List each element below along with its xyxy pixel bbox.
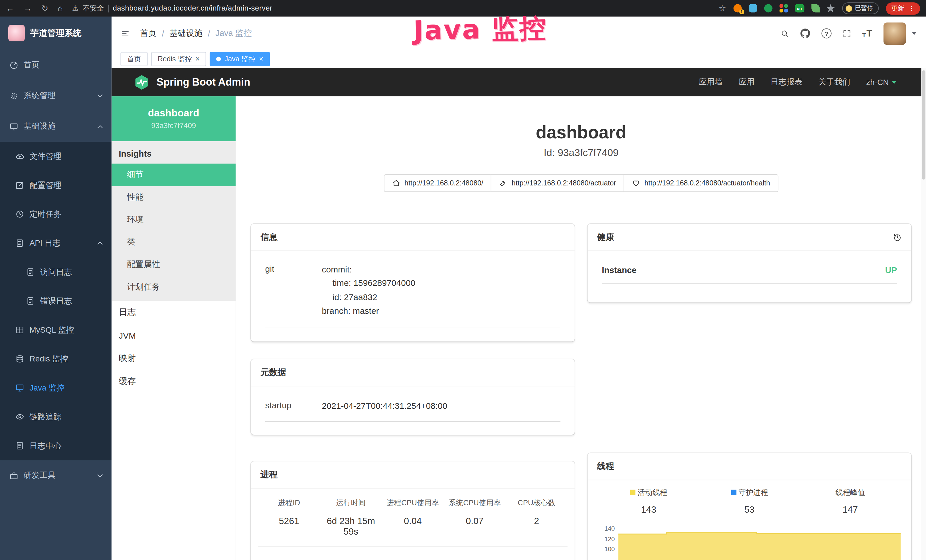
bookmark-star-icon[interactable]: ☆ [719,3,726,13]
sba-logo-icon [133,74,151,90]
tab-close-icon[interactable]: × [259,56,263,63]
document-icon [26,268,35,277]
sba-brand[interactable]: Spring Boot Admin [133,74,250,90]
paused-badge[interactable]: 已暂停 [842,2,879,14]
screen: ← → ↻ ⌂ ⚠ 不安全 dashboard.yudao.iocoder.cn… [0,0,926,560]
breadcrumb-separator: / [208,29,210,38]
history-icon[interactable] [893,233,902,242]
sidebar-item-log-center[interactable]: 日志中心 [0,431,112,460]
sidebar-item-system-management[interactable]: 系统管理 [0,80,112,111]
tab-close-icon[interactable]: × [195,56,200,63]
chevron-down-icon [95,471,104,480]
tag-tab-bar: 首页 Redis 监控 × Java 监控 × [112,50,926,68]
sba-brand-label: Spring Boot Admin [157,76,250,88]
sba-nav-applications[interactable]: 应用 [738,77,755,87]
browser-actions: ☆ 1 on 已暂停 更新⋮ [719,2,920,14]
insight-item-metrics[interactable]: 性能 [112,186,236,209]
instance-link-actuator[interactable]: http://192.168.0.2:48080/actuator [491,174,625,192]
hamburger-icon[interactable] [121,29,130,38]
legend-live-threads: 活动线程 143 [598,488,699,515]
extension-orange-icon[interactable]: 1 [733,4,741,12]
font-size-icon[interactable]: TT [862,29,872,38]
breadcrumb-infrastructure[interactable]: 基础设施 [169,28,203,38]
sidebar-item-home[interactable]: 首页 [0,50,112,80]
sidebar-item-config-management[interactable]: 配置管理 [0,171,112,200]
avatar[interactable] [884,22,906,45]
address-bar[interactable]: ⚠ 不安全 dashboard.yudao.iocoder.cn/infra/a… [72,3,719,13]
insight-item-config-props[interactable]: 配置属性 [112,253,236,276]
extension-blue-icon[interactable] [749,4,757,12]
tab-active-dot [216,57,221,62]
instance-header[interactable]: dashboard 93a3fc7f7409 [112,97,236,141]
side-item-jvm[interactable]: JVM [112,324,236,347]
dashboard-icon [9,61,18,69]
locale-label: zh-CN [866,77,889,86]
sidebar-item-trace[interactable]: 链路追踪 [0,402,112,431]
chevron-down-icon [95,91,104,100]
side-item-logs[interactable]: 日志 [112,301,236,324]
search-icon[interactable] [781,29,789,38]
insight-item-scheduled-tasks[interactable]: 计划任务 [112,276,236,298]
update-button[interactable]: 更新⋮ [886,2,920,14]
stat-cpu-cores: CPU核心数 2 [505,498,567,537]
kebab-menu-icon[interactable]: ⋮ [908,5,915,12]
link-url: http://192.168.0.2:48080/actuator [511,179,616,187]
tab-java-monitor[interactable]: Java 监控 × [210,52,270,66]
scrollbar-thumb[interactable] [922,70,925,179]
sba-nav-wallboard[interactable]: 应用墙 [699,77,723,87]
reload-icon[interactable]: ↻ [41,3,48,13]
sidebar-item-label: 定时任务 [30,209,62,219]
sba-nav-about[interactable]: 关于我们 [819,77,850,87]
side-item-caches[interactable]: 缓存 [112,370,236,393]
extension-on-toggle-icon[interactable]: on [794,4,804,12]
back-icon[interactable]: ← [6,3,14,13]
wrench-icon [499,179,508,187]
threads-legend: 活动线程 143 守护进程 53 线程峰值 14 [598,488,900,515]
insight-item-classes[interactable]: 类 [112,231,236,254]
locale-selector[interactable]: zh-CN [866,77,896,86]
browser-home-icon[interactable]: ⌂ [57,3,63,13]
chart-y-axis: 140 120 100 [598,525,618,560]
sba-navbar: Spring Boot Admin 应用墙 应用 日志报表 关于我们 zh-CN [112,68,926,96]
breadcrumb-home[interactable]: 首页 [140,28,157,38]
sidebar-item-label: 系统管理 [24,91,56,101]
github-icon[interactable] [800,28,810,38]
sidebar-item-label: API 日志 [30,238,61,248]
insight-item-environment[interactable]: 环境 [112,209,236,231]
sidebar-item-label: 研发工具 [24,470,56,481]
tab-redis-monitor[interactable]: Redis 监控 × [151,52,206,66]
insight-item-details[interactable]: 细节 [112,164,236,186]
sidebar-item-java-monitor[interactable]: Java 监控 [0,374,112,402]
threads-card: 线程 活动线程 143 守护进程 53 [587,453,911,560]
sba-nav-journal[interactable]: 日志报表 [770,77,802,87]
annotation-java-monitoring: Java 监控 [413,11,548,49]
extension-leaf-icon[interactable] [811,4,819,12]
sidebar-item-api-logs[interactable]: API 日志 [0,229,112,257]
help-icon[interactable]: ? [822,28,832,38]
extension-star-icon[interactable] [826,4,835,12]
sidebar-item-access-logs[interactable]: 访问日志 [0,257,112,286]
chevron-up-icon [95,122,104,131]
sidebar-item-scheduled-jobs[interactable]: 定时任务 [0,200,112,229]
sidebar-item-file-management[interactable]: 文件管理 [0,142,112,171]
scrollbar[interactable] [921,68,926,560]
sidebar-item-mysql-monitor[interactable]: MySQL 监控 [0,316,112,344]
health-row[interactable]: Instance UP [602,265,897,283]
sidebar-item-infrastructure[interactable]: 基础设施 [0,111,112,142]
sidebar-item-label: 访问日志 [40,267,72,277]
side-item-mappings[interactable]: 映射 [112,347,236,370]
sidebar-item-redis-monitor[interactable]: Redis 监控 [0,344,112,373]
fullscreen-icon[interactable] [843,29,851,38]
sidebar-item-error-logs[interactable]: 错误日志 [0,286,112,315]
instance-link-root[interactable]: http://192.168.0.2:48080/ [384,174,492,192]
tab-home[interactable]: 首页 [120,52,147,66]
sidebar-item-dev-tools[interactable]: 研发工具 [0,460,112,491]
sidebar-item-label: 配置管理 [30,180,62,191]
extension-green-circle-icon[interactable] [764,4,772,12]
forward-icon[interactable]: → [24,3,32,13]
info-value: commit: time: 1596289704000 id: 27aa832 … [322,263,561,319]
edit-icon [15,181,24,190]
instance-link-health[interactable]: http://192.168.0.2:48080/actuator/health [624,174,778,192]
info-card: 信息 git commit: time: 1596289704000 id: 2… [251,224,575,342]
extension-grid-icon[interactable] [779,4,787,12]
